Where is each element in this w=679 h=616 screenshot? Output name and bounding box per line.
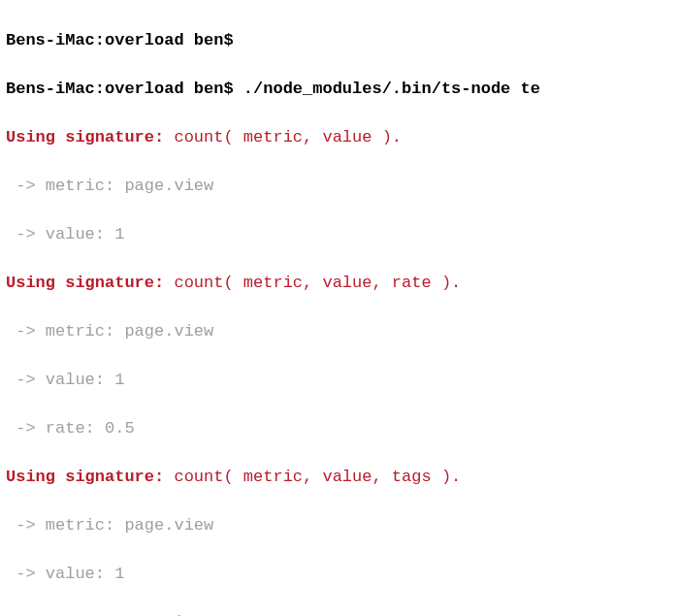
prompt: Bens-iMac:overload ben$	[6, 80, 234, 98]
kv-line: -> value: 1	[6, 222, 673, 246]
sig-label: Using signature:	[6, 274, 164, 292]
sig-body: count( metric, value ).	[174, 128, 402, 146]
kv-line: -> value: 1	[6, 368, 673, 392]
signature-line: Using signature: count( metric, value, r…	[6, 271, 673, 295]
sig-body: count( metric, value, rate ).	[174, 274, 461, 292]
command-line: Bens-iMac:overload ben$ ./node_modules/.…	[6, 77, 673, 101]
signature-line: Using signature: count( metric, value ).	[6, 125, 673, 149]
prompt-line-empty: Bens-iMac:overload ben$	[6, 28, 673, 52]
kv-line: -> metric: page.view	[6, 319, 673, 343]
kv-line: -> metric: page.view	[6, 174, 673, 198]
signature-line: Using signature: count( metric, value, t…	[6, 465, 673, 489]
sig-body: count( metric, value, tags ).	[174, 468, 461, 486]
sig-label: Using signature:	[6, 468, 164, 486]
prompt: Bens-iMac:overload ben$	[6, 31, 234, 49]
kv-line: -> rate: 0.5	[6, 416, 673, 440]
kv-line: -> tags: route:view	[6, 610, 673, 616]
sig-label: Using signature:	[6, 128, 164, 146]
command-text: ./node_modules/.bin/ts-node te	[243, 80, 540, 98]
kv-line: -> metric: page.view	[6, 513, 673, 537]
terminal-output: Bens-iMac:overload ben$ Bens-iMac:overlo…	[0, 0, 679, 616]
kv-line: -> value: 1	[6, 562, 673, 586]
